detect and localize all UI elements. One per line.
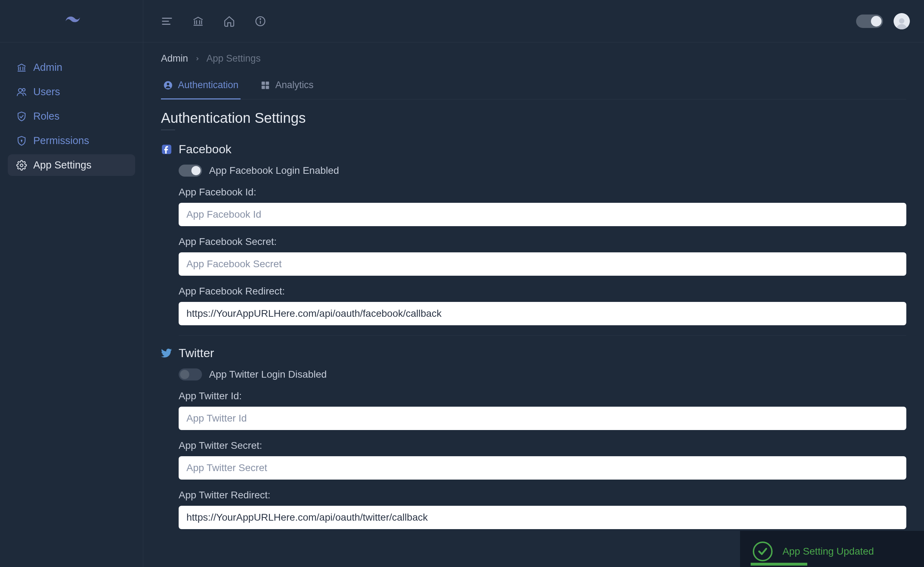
- svg-point-13: [167, 83, 170, 85]
- facebook-login-toggle[interactable]: [178, 165, 202, 177]
- toast-message: App Setting Updated: [783, 546, 874, 557]
- toast-progress: [751, 563, 807, 565]
- twitter-login-toggle[interactable]: [178, 368, 202, 381]
- sidebar-item-admin[interactable]: Admin: [8, 57, 135, 78]
- sidebar-item-label: Roles: [33, 110, 59, 122]
- svg-point-11: [20, 164, 23, 167]
- provider-twitter: Twitter App Twitter Login Disabled App T…: [161, 346, 906, 529]
- avatar[interactable]: [894, 13, 910, 29]
- logo-icon[interactable]: [62, 14, 81, 29]
- svg-point-8: [22, 89, 26, 91]
- grid-icon: [260, 80, 270, 90]
- institution-icon[interactable]: [192, 15, 204, 27]
- title-underline: [161, 129, 175, 130]
- svg-point-9: [21, 140, 22, 141]
- svg-rect-14: [262, 81, 265, 84]
- sidebar-item-label: Users: [33, 86, 60, 98]
- tab-label: Authentication: [178, 80, 238, 90]
- provider-facebook: Facebook App Facebook Login Enabled App …: [161, 142, 906, 335]
- shield-check-icon: [16, 111, 27, 122]
- field-label: App Twitter Redirect:: [178, 489, 906, 501]
- twitter-secret-input[interactable]: [178, 456, 906, 480]
- chevron-right-icon: [195, 53, 200, 64]
- field-label: App Twitter Secret:: [178, 440, 906, 451]
- tab-authentication[interactable]: Authentication: [161, 75, 240, 99]
- breadcrumb-current: App Settings: [207, 53, 261, 64]
- facebook-secret-input[interactable]: [178, 252, 906, 276]
- sidebar-item-label: Admin: [33, 62, 62, 73]
- institution-icon: [16, 62, 27, 73]
- twitter-icon: [161, 347, 172, 359]
- home-icon[interactable]: [223, 15, 235, 27]
- theme-toggle[interactable]: [856, 15, 883, 28]
- tab-label: Analytics: [275, 80, 314, 90]
- svg-point-7: [18, 89, 22, 92]
- field-label: App Twitter Id:: [178, 390, 906, 402]
- twitter-redirect-input[interactable]: [178, 506, 906, 529]
- sidebar-item-roles[interactable]: Roles: [8, 105, 135, 127]
- info-icon[interactable]: [254, 15, 266, 27]
- divider: [178, 335, 906, 335]
- field-label: App Facebook Secret:: [178, 236, 906, 247]
- svg-point-6: [899, 18, 904, 23]
- sidebar-item-app-settings[interactable]: App Settings: [8, 154, 135, 176]
- field-label: App Facebook Redirect:: [178, 286, 906, 297]
- facebook-icon: [161, 144, 172, 155]
- breadcrumb-root[interactable]: Admin: [161, 53, 188, 64]
- svg-rect-17: [266, 86, 269, 89]
- toggle-label: App Twitter Login Disabled: [209, 369, 327, 380]
- twitter-id-input[interactable]: [178, 407, 906, 430]
- breadcrumb: Admin App Settings: [161, 53, 906, 64]
- sidebar-item-label: Permissions: [33, 135, 89, 146]
- sidebar-item-users[interactable]: Users: [8, 81, 135, 103]
- svg-rect-15: [266, 81, 269, 84]
- sidebar-item-label: App Settings: [33, 159, 91, 171]
- provider-title: Facebook: [178, 142, 231, 156]
- toast-success: App Setting Updated: [740, 531, 924, 567]
- sidebar-item-permissions[interactable]: Permissions: [8, 130, 135, 152]
- page-title: Authentication Settings: [161, 110, 906, 126]
- gear-icon: [16, 160, 27, 171]
- svg-rect-16: [262, 86, 265, 89]
- facebook-id-input[interactable]: [178, 203, 906, 226]
- tab-analytics[interactable]: Analytics: [258, 75, 315, 99]
- facebook-redirect-input[interactable]: [178, 302, 906, 325]
- check-circle-icon: [753, 541, 772, 561]
- field-label: App Facebook Id:: [178, 186, 906, 198]
- users-icon: [16, 87, 27, 97]
- shield-icon: [16, 135, 27, 146]
- provider-title: Twitter: [178, 346, 214, 360]
- menu-icon[interactable]: [161, 15, 173, 27]
- svg-point-5: [260, 18, 261, 19]
- user-circle-icon: [163, 80, 173, 90]
- toggle-label: App Facebook Login Enabled: [209, 165, 339, 176]
